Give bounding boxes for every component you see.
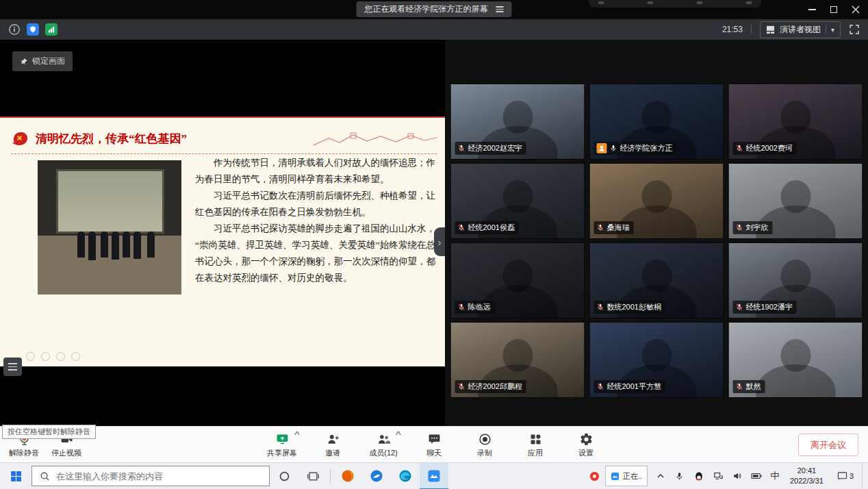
participant-tile[interactable]: 刘宇欣 bbox=[728, 163, 863, 239]
panel-collapse-handle[interactable]: › bbox=[434, 227, 445, 256]
members-button[interactable]: ^ 成员(12) bbox=[362, 429, 405, 461]
share-screen-label: 共享屏幕 bbox=[267, 448, 297, 458]
unmute-tooltip: 按住空格键暂时解除静音 bbox=[2, 425, 96, 439]
maximize-button[interactable] bbox=[823, 0, 845, 19]
photo-mural bbox=[58, 171, 162, 231]
participant-name: 经统1902潘宇 bbox=[746, 302, 793, 312]
participant-label: 经统2001平方慧 bbox=[594, 380, 665, 393]
leave-meeting-button[interactable]: 离开会议 bbox=[798, 434, 858, 456]
menu-icon[interactable] bbox=[496, 6, 504, 12]
fullscreen-icon[interactable] bbox=[849, 24, 860, 35]
eraser-icon bbox=[71, 352, 80, 361]
participant-tile[interactable]: 经济2002赵宏宇 bbox=[450, 84, 585, 160]
taskbar-app-blue[interactable] bbox=[362, 463, 391, 489]
tray-microphone-icon[interactable] bbox=[671, 463, 689, 489]
participant-tile[interactable]: 经统1902潘宇 bbox=[728, 242, 863, 318]
lock-view-button[interactable]: 锁定画面 bbox=[12, 51, 73, 71]
close-button[interactable] bbox=[845, 0, 867, 19]
lock-view-label: 锁定画面 bbox=[32, 55, 65, 67]
ime-indicator[interactable]: 中 bbox=[767, 470, 783, 482]
annotation-tools[interactable] bbox=[26, 352, 80, 361]
participant-name: 数统2001彭敏桐 bbox=[607, 302, 661, 312]
participant-tile[interactable]: 经济2002邱鹏程 bbox=[450, 322, 585, 398]
participant-name: 刘宇欣 bbox=[746, 223, 769, 233]
taskbar-app-edge[interactable] bbox=[391, 463, 420, 489]
annotation-menu-button[interactable] bbox=[3, 358, 22, 376]
show-desktop-strip[interactable] bbox=[862, 463, 865, 489]
share-screen-button[interactable]: ^ 共享屏幕 bbox=[261, 429, 303, 461]
taskbar-clock[interactable]: 20:41 2022/3/31 bbox=[784, 466, 829, 486]
tray-network-icon[interactable] bbox=[709, 463, 727, 489]
notification-center-button[interactable]: 3 bbox=[830, 471, 860, 481]
task-view-icon bbox=[307, 471, 319, 482]
participant-name: 经统2002费珂 bbox=[746, 143, 793, 153]
mic-on-icon bbox=[610, 145, 617, 152]
participant-silhouette bbox=[780, 339, 810, 372]
caret-up-icon[interactable]: ^ bbox=[396, 431, 401, 438]
participant-tile[interactable]: 经统2002费珂 bbox=[728, 84, 863, 160]
search-input[interactable] bbox=[56, 471, 261, 481]
participant-label: 经济2002邱鹏程 bbox=[455, 380, 526, 393]
chevron-right-icon: › bbox=[438, 236, 442, 248]
participant-tile[interactable]: 桑海瑞 bbox=[589, 163, 724, 239]
taskbar-app-firefox[interactable] bbox=[333, 463, 362, 489]
tray-overflow-chevron-icon[interactable] bbox=[652, 463, 669, 489]
tray-battery-icon[interactable] bbox=[748, 463, 765, 489]
zoom-icon bbox=[56, 352, 65, 361]
participant-name: 经统2001平方慧 bbox=[607, 381, 661, 392]
mic-muted-icon bbox=[458, 383, 465, 390]
participant-tile[interactable]: 经统2001侯磊 bbox=[450, 163, 585, 239]
start-button[interactable] bbox=[0, 463, 31, 489]
meeting-info-icon[interactable] bbox=[8, 23, 21, 36]
network-quality-icon[interactable] bbox=[45, 23, 58, 36]
invite-button[interactable]: 邀请 bbox=[311, 429, 354, 461]
participant-tile[interactable]: 默然 bbox=[728, 322, 863, 398]
members-icon bbox=[376, 432, 391, 447]
chat-button[interactable]: 聊天 bbox=[413, 429, 455, 461]
task-view-button[interactable] bbox=[298, 463, 327, 489]
floating-toolbar-docked[interactable] bbox=[589, 0, 761, 8]
chevron-down-icon[interactable]: ▾ bbox=[831, 26, 834, 34]
apps-button[interactable]: 应用 bbox=[514, 429, 557, 461]
participant-tile[interactable]: 经济学院张方正 bbox=[589, 84, 724, 160]
record-button[interactable]: 录制 bbox=[463, 429, 506, 461]
title-bar: 您正在观看经济学院张方正的屏幕 bbox=[0, 0, 868, 19]
security-shield-icon[interactable] bbox=[27, 23, 39, 36]
participant-tile[interactable]: 经统2001平方慧 bbox=[589, 322, 724, 398]
participant-name: 经济2002赵宏宇 bbox=[468, 143, 522, 153]
taskbar-app-meeting-active[interactable] bbox=[420, 463, 448, 489]
caret-up-icon[interactable]: ^ bbox=[294, 431, 300, 438]
meeting-clock: 21:53 bbox=[722, 25, 743, 34]
participant-name: 陈临远 bbox=[468, 302, 491, 312]
tray-volume-icon[interactable] bbox=[728, 463, 746, 489]
mic-muted-icon bbox=[458, 145, 465, 152]
watching-banner[interactable]: 您正在观看经济学院张方正的屏幕 bbox=[357, 1, 512, 17]
participant-silhouette bbox=[502, 260, 533, 292]
participant-name: 经济学院张方正 bbox=[620, 143, 673, 153]
meeting-toolbar: ^ 解除静音 ^ 停止视频 ^ 共享屏幕 邀请 ^ bbox=[0, 426, 868, 462]
tray-qq-icon[interactable] bbox=[690, 463, 708, 489]
view-mode-label: 演讲者视图 bbox=[780, 24, 821, 36]
running-window-label: 正在.. bbox=[623, 471, 642, 481]
tray-red-app-icon[interactable] bbox=[586, 463, 604, 489]
taskbar-search[interactable] bbox=[31, 466, 270, 486]
blue-app-icon bbox=[370, 469, 383, 483]
shared-screen-area: 锁定画面 清明忆先烈，传承“红色基因” bbox=[0, 40, 445, 426]
edge-icon bbox=[398, 469, 412, 483]
settings-label: 设置 bbox=[578, 448, 593, 458]
settings-button[interactable]: 设置 bbox=[565, 429, 607, 461]
participant-tile[interactable]: 数统2001彭敏桐 bbox=[589, 242, 724, 318]
view-mode-selector[interactable]: 演讲者视图 ▾ bbox=[760, 21, 841, 38]
meeting-app-icon bbox=[427, 469, 441, 483]
mic-muted-icon bbox=[458, 224, 465, 231]
slide-paragraph: 作为传统节日，清明承载着人们对故人的缅怀追思；作为春日里的节气，清明同样孕育着未… bbox=[195, 155, 435, 188]
participant-silhouette bbox=[641, 339, 672, 372]
mic-muted-icon bbox=[736, 224, 743, 231]
minimize-button[interactable] bbox=[801, 0, 823, 19]
running-window-button[interactable]: 正在.. bbox=[605, 466, 648, 486]
cortana-button[interactable] bbox=[270, 463, 298, 489]
divider bbox=[826, 25, 826, 34]
participant-label: 桑海瑞 bbox=[594, 221, 634, 234]
participant-label: 默然 bbox=[733, 380, 765, 393]
participant-tile[interactable]: 陈临远 bbox=[450, 242, 585, 318]
